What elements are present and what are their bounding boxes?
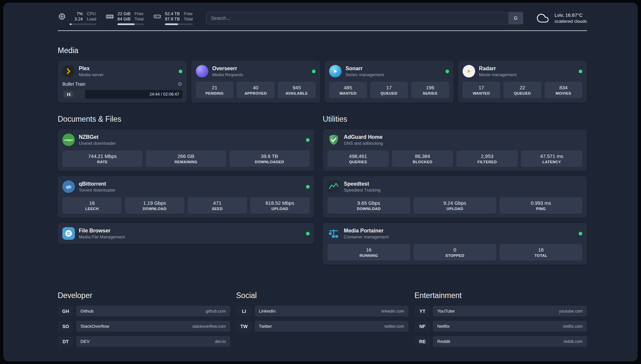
stat-label: BLOCKED (393, 160, 452, 164)
stat-value: 196 (412, 85, 448, 90)
nzbget-icon: nzbget (62, 134, 75, 146)
portainer-card[interactable]: Media Portainer Container management 16 … (323, 223, 587, 265)
stat-value: 0 (415, 247, 495, 253)
nzbget-icon-text: nzbget (64, 138, 73, 141)
stat-box: 16 TOTAL (500, 244, 582, 260)
app-subtitle: Media File Management (79, 234, 125, 239)
stat-label: AVAILABLE (279, 91, 315, 95)
nzbget-card[interactable]: nzbget NZBGet Usenet downloader 744.21 M… (58, 129, 314, 171)
stat-label: LATENCY (522, 160, 581, 164)
bookmark-netflix[interactable]: NF Netflix netflix.com (414, 321, 587, 332)
bookmark-linkedin[interactable]: LI LinkedIn linkedin.com (236, 306, 409, 317)
stat-box: 22 QUEUED (504, 82, 541, 98)
section-title-developer: Developer (58, 291, 230, 300)
bookmark-youtube[interactable]: YT YouTube youtube.com (414, 306, 587, 317)
app-name: File Browser (79, 228, 125, 234)
stat-value: 47.571 ms (522, 153, 581, 159)
app-name: Overseerr (212, 66, 243, 72)
stat-box: 86,384 BLOCKED (392, 150, 453, 167)
stat-value: 498,461 (329, 153, 387, 159)
stat-label: PENDING (197, 91, 232, 95)
status-dot (579, 232, 582, 235)
stat-box: 744.21 Mbps RATE (62, 150, 142, 167)
sonarr-card[interactable]: Sonarr Series management 485 WANTED 17 Q… (324, 61, 454, 103)
status-dot (306, 185, 310, 189)
stat-label: DOWNLOAD (329, 207, 409, 211)
now-playing-title: Bullet Train (62, 81, 85, 87)
nzbget-stats: 744.21 Mbps RATE 266 GB REMAINING 39.6 T… (62, 150, 310, 167)
app-name: Radarr (479, 66, 517, 72)
stat-box: 196 SERIES (411, 82, 449, 98)
stat-value: 17 (464, 85, 499, 90)
bookmark-name: LinkedIn (259, 309, 276, 314)
qbittorrent-icon-text: qb (66, 184, 71, 189)
stat-label: UPLOAD (415, 207, 495, 211)
stat-label: WANTED (330, 91, 366, 95)
stat-value: 21 (197, 85, 232, 90)
stat-value: 16 (329, 247, 409, 253)
bookmark-name: Netflix (437, 324, 450, 329)
app-name: Speedtest (344, 181, 381, 187)
search-provider-button[interactable]: G (508, 12, 523, 24)
overseerr-card[interactable]: Overseerr Media Requests 21 PENDING 40 A… (191, 61, 320, 103)
disk-total-value: 97.9 TB (165, 16, 180, 21)
weather-location: Lviv, 16.87°C (555, 13, 587, 18)
app-subtitle: Media server (79, 72, 104, 77)
stat-label: DOWNLOADED (231, 160, 308, 164)
cpu-load-label: Load (87, 16, 96, 21)
pause-icon[interactable] (64, 91, 73, 97)
radarr-card[interactable]: Radarr Movie management 17 WANTED 22 QUE… (458, 61, 587, 103)
stat-box: 17 QUEUED (370, 82, 408, 98)
bookmark-domain: twitter.com (384, 324, 404, 329)
bookmark-stackoverflow[interactable]: SO StackOverflow stackoverflow.com (58, 321, 230, 332)
bookmark-name: DEV (80, 339, 90, 344)
stat-value: 16 (501, 247, 581, 253)
search-input[interactable] (206, 12, 508, 24)
stat-value: 471 (189, 200, 246, 206)
bookmark-abbr: SO (58, 321, 74, 332)
stat-box: 17 WANTED (463, 82, 501, 98)
qbittorrent-card[interactable]: qb qBittorrent Torrent downloader 16 (58, 176, 314, 218)
cpu-widget: 7% 3.24 CPU Load (58, 11, 96, 25)
app-name: qBittorrent (79, 181, 115, 187)
app-subtitle: Usenet downloader (79, 141, 116, 146)
stat-box: 618.52 Mbps UPLOAD (250, 197, 310, 214)
portainer-crane-icon (327, 227, 340, 240)
speedtest-card[interactable]: Speedtest Speedtest Tracking 9.65 Gbps D… (323, 176, 587, 218)
bookmark-twitter[interactable]: TW Twitter twitter.com (236, 321, 409, 332)
app-name: NZBGet (79, 134, 116, 140)
disk-free-label: Free (184, 11, 193, 16)
plex-card[interactable]: Plex Media server Bullet Train ⚙ 24:44 /… (58, 61, 187, 103)
filebrowser-card[interactable]: File Browser Media File Management (58, 223, 314, 244)
disk-widget: 52.4 TB 97.9 TB Free Total (153, 11, 193, 25)
bookmark-github[interactable]: GH Github github.com (58, 306, 230, 317)
bookmark-reddit[interactable]: RE Reddit reddit.com (414, 336, 587, 347)
bookmark-domain: netflix.com (563, 324, 583, 329)
bookmark-abbr: NF (414, 321, 430, 332)
stat-label: FILTERED (458, 160, 516, 164)
app-name: Media Portainer (344, 228, 389, 234)
adguard-card[interactable]: AdGuard Home DNS and adblocking 498,461 … (323, 129, 587, 171)
stat-label: DOWNLOAD (126, 207, 183, 211)
stat-box: 1.19 Gbps DOWNLOAD (125, 197, 184, 214)
gear-icon[interactable]: ⚙ (178, 81, 182, 87)
sonarr-stats: 485 WANTED 17 QUEUED 196 SERIES (329, 82, 449, 98)
bookmark-group-social: Social LI LinkedIn linkedin.com TW Twitt… (236, 291, 409, 347)
playback-progress-bar[interactable]: 24:44 / 02:06:47 (62, 90, 182, 99)
bookmark-domain: reddit.com (564, 339, 583, 344)
radarr-stats: 17 WANTED 22 QUEUED 834 MOVIES (463, 82, 583, 98)
top-bar: 7% 3.24 CPU Load (58, 11, 587, 25)
app-subtitle: Container management (344, 234, 389, 239)
bookmark-name: Github (80, 309, 94, 314)
disk-free-value: 52.4 TB (165, 11, 180, 16)
stat-label: REMAINING (147, 160, 225, 164)
stat-value: 16 (64, 200, 120, 206)
sonarr-icon (329, 65, 342, 77)
stat-value: 39.6 TB (231, 153, 308, 159)
bookmark-abbr: TW (236, 321, 252, 332)
speedtest-stats: 9.65 Gbps DOWNLOAD 9.24 Gbps UPLOAD 0.99… (327, 197, 582, 214)
weather-widget[interactable]: Lviv, 16.87°C scattered clouds (535, 12, 587, 24)
speedtest-icon (327, 180, 340, 193)
stat-box: 47.571 ms LATENCY (521, 150, 582, 167)
bookmark-dev[interactable]: DT DEV dev.to (58, 336, 230, 347)
